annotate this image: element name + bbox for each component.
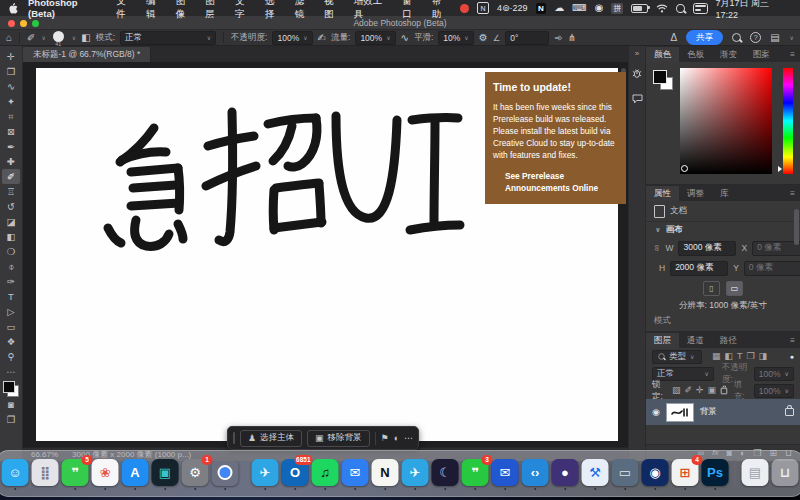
dock-xcode[interactable]: ⚒ — [582, 459, 609, 486]
dock-github[interactable]: ● — [552, 459, 579, 486]
lock-all-icon[interactable] — [721, 387, 727, 393]
menu-item-4[interactable]: 文字 — [235, 0, 254, 21]
menu-item-8[interactable]: 增效工具 — [354, 0, 391, 21]
panel-menu-icon[interactable]: ≡ — [790, 50, 795, 59]
brush-preset-icon[interactable]: ✐ — [27, 33, 35, 43]
blur-tool[interactable]: ❍ — [2, 244, 20, 259]
zoom-tool[interactable]: ⚲ — [2, 349, 20, 364]
minimize-window-button[interactable] — [20, 20, 27, 27]
color-tab-3[interactable]: 图案 — [745, 47, 778, 62]
properties-tab-2[interactable]: 库 — [712, 186, 737, 201]
width-field[interactable]: 3000 像素 — [678, 241, 736, 256]
layers-tab-2[interactable]: 路径 — [712, 333, 745, 348]
properties-tab-0[interactable]: 属性 — [646, 186, 679, 201]
dock-chrome[interactable] — [212, 459, 239, 486]
dock-trash[interactable]: ⊔ — [772, 459, 799, 486]
hue-slider-marker[interactable] — [778, 166, 782, 172]
brush-angle-input[interactable]: 0° — [505, 31, 549, 45]
layers-tab-1[interactable]: 通道 — [679, 333, 712, 348]
canvas-section-header[interactable]: ∨ 画布 — [646, 222, 800, 238]
foreground-background-swatches[interactable] — [653, 70, 673, 90]
magic-wand-tool[interactable]: ✦ — [2, 94, 20, 109]
chevron-down-icon[interactable]: ∨ — [72, 34, 76, 41]
filter-adjustment-layers-icon[interactable]: ◧ — [725, 352, 734, 361]
color-cursor[interactable] — [681, 165, 688, 172]
spotlight-search-icon[interactable] — [676, 4, 685, 13]
adjustments-icon[interactable]: ◐ — [394, 433, 399, 443]
gradient-tool[interactable]: ◧ — [2, 229, 20, 244]
dock-system-settings[interactable]: ⚙1 — [182, 459, 209, 486]
notes-app-icon[interactable]: N — [477, 2, 489, 14]
battery-icon[interactable] — [631, 4, 648, 13]
lasso-tool[interactable]: ∿ — [2, 79, 20, 94]
properties-tab-1[interactable]: 调整 — [679, 186, 712, 201]
healing-brush-tool[interactable]: ✚ — [2, 154, 20, 169]
more-options-icon[interactable]: ⋯ — [404, 433, 413, 443]
remove-background-button[interactable]: ▣ 移除背景 — [307, 430, 370, 447]
lock-paint-icon[interactable]: ✐ — [684, 386, 692, 395]
layer-row-background[interactable]: ◉ 背景 — [646, 399, 800, 425]
notification-link[interactable]: See Prerelease Announcements Online — [493, 170, 618, 194]
home-icon[interactable]: ⌂ — [6, 33, 12, 43]
properties-scrollbar[interactable] — [794, 209, 799, 245]
close-window-button[interactable] — [8, 20, 15, 27]
input-method-icon[interactable]: 拼 — [611, 3, 623, 14]
layer-locked-icon[interactable] — [785, 408, 794, 416]
portrait-orientation-button[interactable]: ▯ — [703, 281, 720, 296]
history-brush-tool[interactable]: ↺ — [2, 199, 20, 214]
x-field[interactable]: 0 像素 — [752, 241, 800, 256]
clone-stamp-tool[interactable]: ♖ — [2, 184, 20, 199]
dock-finder[interactable]: ☺ — [2, 459, 29, 486]
flag-icon[interactable]: ⚑ — [381, 433, 389, 443]
wifi-icon[interactable] — [656, 4, 668, 13]
smoothing-gear-icon[interactable]: ⚙ — [479, 33, 488, 43]
path-select-tool[interactable]: ▷ — [2, 304, 20, 319]
dock-messages[interactable]: ❞5 — [62, 459, 89, 486]
net-stat-text[interactable]: 4⊚·229 — [497, 3, 528, 13]
dock-mail-blue[interactable]: ✉ — [342, 459, 369, 486]
filter-pixel-layers-icon[interactable]: ▦ — [712, 352, 721, 361]
dock-display-app[interactable]: ▭ — [612, 459, 639, 486]
record-icon[interactable]: ◉ — [595, 3, 604, 13]
menu-item-0[interactable]: 文件 — [116, 0, 135, 21]
control-center-icon[interactable] — [693, 3, 708, 14]
filter-smart-objects-icon[interactable]: ◨ — [759, 352, 768, 361]
smoothing-select[interactable]: 10%∨ — [438, 31, 473, 45]
landscape-orientation-button[interactable]: ▭ — [726, 281, 743, 296]
blend-mode-select[interactable]: 正常∨ — [120, 31, 216, 45]
menu-item-1[interactable]: 编辑 — [146, 0, 165, 21]
comments-icon[interactable] — [632, 90, 643, 108]
filter-type-layers-icon[interactable]: T — [737, 352, 743, 361]
search-icon[interactable] — [732, 33, 741, 42]
lock-position-icon[interactable]: ✛ — [696, 386, 704, 395]
menu-item-10[interactable]: 帮助 — [432, 0, 451, 21]
hue-slider[interactable] — [783, 68, 793, 174]
brush-tool[interactable]: ✐ — [2, 169, 20, 184]
collapse-panels-icon[interactable]: » — [635, 49, 639, 58]
dock-notion[interactable]: N — [372, 459, 399, 486]
stroke-smoothing-icon[interactable]: ➾ — [554, 33, 562, 43]
link-dimensions-icon[interactable]: ∞ — [652, 245, 662, 251]
eraser-tool[interactable]: ◪ — [2, 214, 20, 229]
taskbar-drag-handle[interactable] — [233, 432, 235, 444]
document-tab[interactable]: 未标题-1 @ 66.7%(RGB/8) * — [23, 47, 151, 62]
cloud-icon[interactable]: ☁ — [554, 3, 564, 13]
move-tool[interactable]: ✛ — [2, 49, 20, 64]
dock-design-app[interactable]: ▣ — [152, 459, 179, 486]
dock-ms-app[interactable]: ⊞4 — [672, 459, 699, 486]
dock-steam[interactable]: ◉ — [642, 459, 669, 486]
workspace-layout-icon[interactable]: ▤ — [770, 33, 779, 43]
dodge-tool[interactable]: ⌽ — [2, 259, 20, 274]
menu-item-7[interactable]: 视图 — [324, 0, 343, 21]
height-field[interactable]: 2000 像素 — [670, 261, 728, 276]
notion-menubar-icon[interactable]: N — [536, 3, 547, 14]
mode-section-label[interactable]: 模式 — [654, 315, 671, 327]
crop-tool[interactable]: ⌗ — [2, 109, 20, 124]
menubar-app-name[interactable]: Photoshop (Beta) — [28, 0, 106, 19]
flow-select[interactable]: 100%∨ — [355, 31, 395, 45]
chevron-down-icon[interactable]: ∨ — [790, 34, 794, 41]
edit-toolbar[interactable]: ⋯ — [2, 364, 20, 379]
color-tab-0[interactable]: 颜色 — [646, 47, 679, 62]
menu-item-9[interactable]: 窗口 — [402, 0, 421, 21]
type-tool[interactable]: T — [2, 289, 20, 304]
